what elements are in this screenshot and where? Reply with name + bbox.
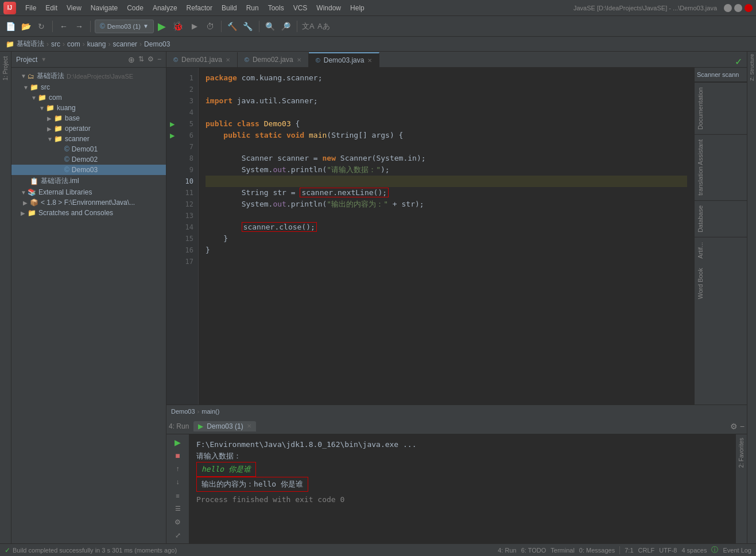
menu-refactor[interactable]: Refactor [182,3,217,13]
z-structure-tab[interactable]: Z: Structure [748,52,756,83]
tree-item-demo01[interactable]: © Demo01 [11,144,166,154]
encoding[interactable]: UTF-8 [659,547,677,554]
panel-up-btn[interactable]: ⇅ [138,55,144,64]
menu-analyze[interactable]: Analyze [148,3,182,13]
code-line-11: String str = scanner.nextLine(); [206,187,687,199]
run-tab-close[interactable]: ✕ [247,423,251,429]
bottom-tool-terminal[interactable]: Terminal [550,547,575,554]
panel-settings-btn[interactable]: ⚙ [148,55,154,64]
tab-close-icon2[interactable]: ✕ [297,57,301,63]
search-btn[interactable]: 🔍 [263,20,277,33]
breadcrumb-item-5[interactable]: Demo03 [144,40,170,48]
collapse-btn[interactable]: − [740,422,745,431]
profile-btn[interactable]: ⏱ [203,20,217,33]
tree-item-base[interactable]: ▶ 📁 base [11,113,166,123]
doc-tab-artif[interactable]: Artif... [695,237,747,263]
breadcrumb-item-1[interactable]: src [51,40,60,48]
breadcrumb-item-2[interactable]: com [67,40,80,48]
run-gutter-5[interactable]: ▶ [166,118,178,130]
tab-demo02[interactable]: © Demo02.java ✕ [238,52,309,67]
build-btn[interactable]: 🔨 [226,20,239,33]
tree-item-com[interactable]: ▼ 📁 com [11,92,166,103]
tab-close-icon[interactable]: ✕ [226,57,230,63]
panel-close-btn[interactable]: − [157,55,161,64]
run-stop-btn[interactable]: ■ [171,450,185,461]
run-output[interactable]: F:\Environment\Java\jdk1.8.0_162\bin\jav… [189,434,735,543]
menu-run[interactable]: Run [242,3,263,13]
bottom-tool-run[interactable]: 4: Run [498,547,516,554]
tree-item-ext-libs[interactable]: ▼ 📚 External Libraries [11,187,166,197]
code-content[interactable]: package com.kuang.scanner; import java.u… [199,68,694,405]
tree-item-iml[interactable]: 📋 基础语法.iml [11,175,166,187]
breadcrumb-item-3[interactable]: kuang [87,40,106,48]
doc-tab-wordbook[interactable]: Word Book [695,263,747,304]
run-config-selector[interactable]: © Demo03 (1) ▼ [95,20,154,33]
tab-demo03[interactable]: © Demo03.java ✕ [309,52,380,67]
rebuild-btn[interactable]: 🔧 [241,20,255,33]
run-coverage-btn[interactable]: ▶ [188,20,201,33]
bottom-panel-tabs: 4: Run ▶ Demo03 (1) ✕ ⚙ − [166,418,747,434]
cursor-position[interactable]: 7:1 [625,547,633,554]
tree-item-scanner[interactable]: ▼ 📁 scanner [11,134,166,144]
tab-close-icon3[interactable]: ✕ [367,57,372,64]
run-scroll-up-btn[interactable]: ↑ [171,464,185,475]
menu-code[interactable]: Code [122,3,148,13]
event-log[interactable]: Event Log [723,547,751,554]
tree-item-demo03[interactable]: © Demo03 [11,165,166,175]
project-panel-title[interactable]: Project [16,56,37,64]
menu-edit[interactable]: Edit [41,3,62,13]
tree-item-demo02[interactable]: © Demo02 [11,154,166,165]
doc-tab-translation[interactable]: translation Assistant [695,134,747,200]
menu-tools[interactable]: Tools [263,3,289,13]
menu-navigate[interactable]: Navigate [86,3,122,13]
run-tab-active[interactable]: ▶ Demo03 (1) ✕ [193,421,255,431]
tree-item-sdk[interactable]: ▶ 📦 < 1.8 > F:\Environment\Java\... [11,197,166,208]
new-file-btn[interactable]: 📄 [3,20,17,33]
menu-build[interactable]: Build [217,3,242,13]
build-status[interactable]: Build completed successfully in 3 s 301 … [13,547,177,554]
run-scroll-down-btn[interactable]: ↓ [171,477,185,488]
breadcrumb-item-0[interactable]: 基础语法 [17,39,44,49]
tree-item-src[interactable]: ▼ 📁 src [11,82,166,92]
close-btn[interactable] [745,4,753,12]
tree-item-kuang[interactable]: ▼ 📁 kuang [11,103,166,113]
doc-tab-database[interactable]: Database [695,200,747,237]
menu-view[interactable]: View [62,3,86,13]
minimize-btn[interactable] [724,4,732,12]
bottom-tool-todo[interactable]: 6: TODO [521,547,546,554]
menu-help[interactable]: Help [346,3,369,13]
maximize-btn[interactable] [734,4,742,12]
menu-window[interactable]: Window [312,3,346,13]
breadcrumb-item-4[interactable]: scanner [113,40,137,48]
doc-tab-documentation[interactable]: Documentation [695,82,747,134]
find-in-path-btn[interactable]: 🔎 [279,20,293,33]
translate-btn[interactable]: 文A [301,20,315,33]
run-button[interactable]: ▶ [156,20,168,33]
tab-demo01[interactable]: © Demo01.java ✕ [166,52,238,67]
run-expand-btn[interactable]: ⤢ [171,530,185,541]
menu-file[interactable]: File [21,3,41,13]
project-strip-tab[interactable]: 1: Project [1,54,10,83]
menu-vcs[interactable]: VCS [289,3,312,13]
panel-add-btn[interactable]: ⊕ [128,55,135,64]
tree-item-root[interactable]: ▼ 🗂 基础语法 D:\IdeaProjects\JavaSE [11,70,166,82]
forward-btn[interactable]: → [72,20,86,33]
run-list-btn[interactable]: ☰ [171,503,185,514]
translate2-btn[interactable]: Aあ [317,20,331,33]
line-ending[interactable]: CRLF [638,547,655,554]
settings-gear-btn[interactable]: ⚙ [730,422,738,431]
indent[interactable]: 4 spaces [681,547,707,554]
tree-item-operator[interactable]: ▶ 📁 operator [11,123,166,134]
run-gutter-6[interactable]: ▶ [166,130,178,141]
run-wrap-btn[interactable]: ≡ [171,490,185,501]
back-btn[interactable]: ← [57,20,71,33]
run-play-btn[interactable]: ▶ [171,437,185,448]
run-settings-btn[interactable]: ⚙ [171,517,185,528]
debug-button[interactable]: 🐞 [170,21,186,32]
favorites-tab[interactable]: 2: Favorites [737,434,746,471]
tree-item-scratches[interactable]: ▶ 📁 Scratches and Consoles [11,208,166,218]
sync-btn[interactable]: ↻ [34,20,48,33]
open-btn[interactable]: 📂 [19,20,33,33]
bottom-tool-messages[interactable]: 0: Messages [579,547,615,554]
editor-tabs: © Demo01.java ✕ © Demo02.java ✕ © Demo03… [166,52,747,68]
